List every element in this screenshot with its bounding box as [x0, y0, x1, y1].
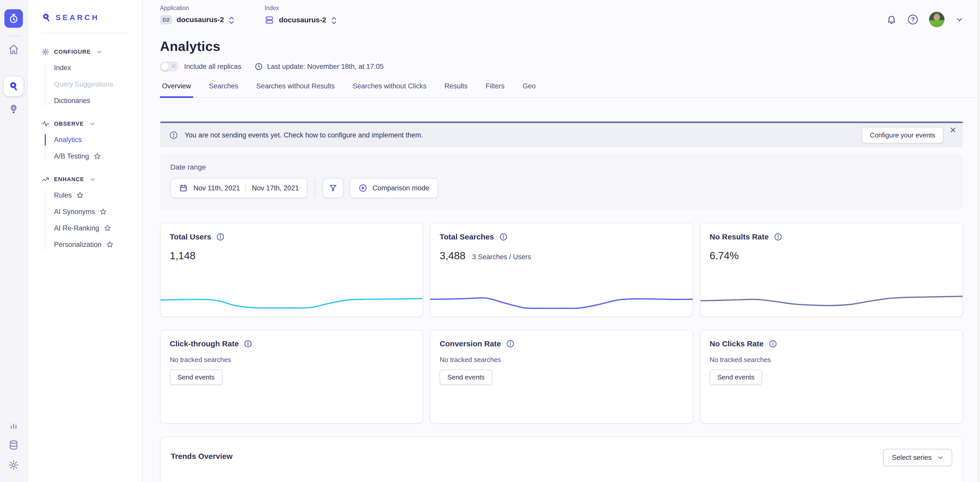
star-icon[interactable]: [104, 225, 111, 232]
database-icon[interactable]: [8, 439, 19, 451]
sidebar-item-label: Dictionaries: [54, 97, 90, 105]
kpi-value: 3,488: [439, 250, 465, 262]
index-value: docusaurus-2: [279, 16, 326, 24]
tab-results[interactable]: Results: [442, 82, 470, 98]
sidebar-item-personalization[interactable]: Personalization: [54, 241, 130, 249]
kpi-card-total-searches: Total Searches 3,488 3 Searches / Users: [430, 223, 693, 317]
application-selector[interactable]: Application D2 docusaurus-2: [160, 5, 235, 24]
kpi-title: Conversion Rate: [439, 339, 501, 348]
app-launcher-button[interactable]: [4, 9, 23, 28]
trending-up-icon: [41, 175, 49, 184]
close-icon[interactable]: [950, 127, 956, 133]
top-header: Application D2 docusaurus-2 Index: [160, 0, 963, 27]
toggle-knob: [161, 63, 169, 70]
sidebar-item-rules[interactable]: Rules: [54, 191, 130, 200]
date-range-button[interactable]: Nov 11th, 2021 Nov 17th, 2021: [170, 178, 308, 198]
info-icon[interactable]: [244, 340, 252, 348]
kpi-card-no-clicks-rate: No Clicks Rate No tracked searches Send …: [700, 330, 963, 424]
kpi-empty-state: No tracked searches: [710, 356, 953, 364]
comparison-mode-button[interactable]: Comparison mode: [350, 178, 438, 198]
gear-icon: [41, 48, 49, 56]
sidebar-item-ai-synonyms[interactable]: AI Synonyms: [54, 208, 130, 216]
nav-section-header-configure[interactable]: CONFIGURE: [41, 48, 130, 56]
kpi-card-conversion-rate: Conversion Rate No tracked searches Send…: [430, 330, 693, 424]
tab-filters[interactable]: Filters: [484, 82, 507, 98]
search-product-button[interactable]: [4, 76, 24, 96]
nav-section-label: OBSERVE: [54, 121, 84, 127]
sidebar-item-query-suggestions[interactable]: Query Suggestions: [54, 80, 130, 89]
chevron-down-icon: [90, 176, 95, 182]
info-icon[interactable]: [506, 340, 514, 348]
kpi-title: No Results Rate: [710, 233, 769, 241]
star-icon[interactable]: [100, 208, 107, 215]
sidebar-item-ab-testing[interactable]: A/B Testing: [54, 152, 130, 160]
sidebar-nav: CONFIGURE Index Query Suggestions Dictio…: [28, 33, 142, 250]
search-pin-icon: [8, 81, 19, 92]
info-icon[interactable]: [769, 340, 777, 348]
star-icon[interactable]: [94, 152, 101, 160]
select-arrows-icon: [331, 16, 337, 24]
last-update: Last update: November 18th, at 17:05: [255, 62, 383, 71]
logo-text: SEARCH: [56, 13, 99, 22]
sidebar-item-index[interactable]: Index: [54, 64, 130, 72]
nav-section-header-enhance[interactable]: ENHANCE: [41, 175, 130, 184]
index-selector[interactable]: Index docusaurus-2: [264, 5, 337, 25]
page-title: Analytics: [160, 38, 963, 54]
chevron-down-icon: [937, 455, 943, 461]
nav-section-observe: OBSERVE Analytics A/B Testing: [41, 120, 130, 161]
kpi-empty-state: No tracked searches: [170, 356, 414, 364]
home-icon[interactable]: [8, 44, 19, 55]
star-icon[interactable]: [76, 192, 84, 199]
date-range-panel: Date range Nov 11th, 2021 Nov 17th, 2021: [160, 154, 963, 210]
account-chevron-down-icon[interactable]: [956, 16, 963, 23]
filter-button[interactable]: [323, 178, 344, 198]
tab-searches-without-results[interactable]: Searches without Results: [255, 82, 337, 98]
sidebar-item-ai-re-ranking[interactable]: AI Re-Ranking: [54, 224, 130, 232]
notifications-bell-icon[interactable]: [886, 14, 897, 25]
kpi-card-click-through-rate: Click-through Rate No tracked searches S…: [160, 330, 423, 424]
main-content: Application D2 docusaurus-2 Index: [143, 0, 980, 482]
help-icon[interactable]: ?: [908, 15, 918, 24]
chevron-down-icon: [89, 121, 95, 127]
settings-gear-icon[interactable]: [8, 460, 19, 471]
sparkline-total-searches: [430, 289, 693, 312]
select-series-label: Select series: [892, 454, 932, 462]
bar-chart-icon[interactable]: [8, 419, 19, 431]
toggle-off[interactable]: [160, 62, 178, 71]
info-icon[interactable]: [216, 233, 224, 241]
send-events-button[interactable]: Send events: [439, 369, 492, 385]
date-separator: [246, 184, 246, 192]
date-start: Nov 11th, 2021: [193, 184, 240, 192]
search-logo[interactable]: SEARCH: [28, 0, 142, 33]
star-icon[interactable]: [106, 241, 113, 248]
last-update-text: Last update: November 18th, at 17:05: [267, 63, 383, 71]
info-icon: [169, 131, 178, 140]
sidebar-item-analytics[interactable]: Analytics: [54, 136, 130, 144]
scrollbar-track: [978, 0, 980, 482]
tab-overview[interactable]: Overview: [160, 82, 193, 98]
kpi-title: Total Searches: [439, 233, 494, 241]
configure-events-button[interactable]: Configure your events: [862, 127, 943, 143]
info-icon[interactable]: [774, 233, 782, 241]
sidebar-item-dictionaries[interactable]: Dictionaries: [54, 97, 130, 105]
recommend-bulb-icon[interactable]: [8, 103, 19, 114]
tab-searches-without-clicks[interactable]: Searches without Clicks: [351, 82, 428, 98]
send-events-button[interactable]: Send events: [710, 369, 762, 385]
comparison-mode-label: Comparison mode: [372, 184, 429, 192]
kpi-note: 3 Searches / Users: [472, 253, 531, 261]
nav-section-label: CONFIGURE: [54, 49, 91, 55]
rail-divider: [7, 36, 20, 36]
trends-title: Trends Overview: [171, 452, 232, 461]
tab-geo[interactable]: Geo: [520, 82, 538, 98]
avatar[interactable]: [929, 12, 945, 27]
include-replicas-toggle[interactable]: Include all replicas: [160, 62, 241, 71]
tab-searches[interactable]: Searches: [207, 82, 240, 98]
sidebar: SEARCH CONFIGURE Index: [28, 0, 143, 482]
select-series-button[interactable]: Select series: [883, 449, 952, 466]
kpi-card-no-results-rate: No Results Rate 6.74%: [700, 223, 963, 317]
nav-section-header-observe[interactable]: OBSERVE: [41, 120, 130, 128]
send-events-button[interactable]: Send events: [170, 369, 223, 385]
kpi-value: 6.74%: [710, 250, 739, 262]
info-icon[interactable]: [499, 233, 508, 241]
toggle-x-icon: [171, 64, 176, 68]
